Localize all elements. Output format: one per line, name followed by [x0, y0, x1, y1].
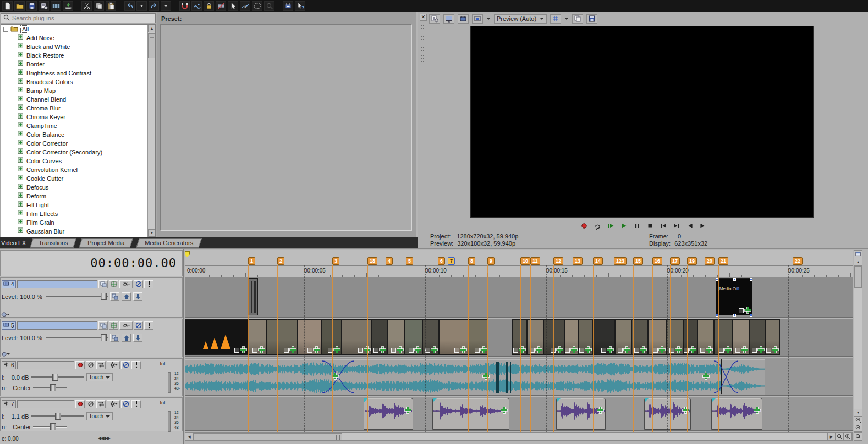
event-fx-icon[interactable] [431, 347, 437, 353]
event-pan-crop-icon[interactable] [530, 348, 535, 353]
audio-event[interactable] [185, 359, 721, 394]
video-output-fx-icon[interactable] [458, 14, 469, 24]
go-to-start-button[interactable] [658, 221, 669, 230]
video-event[interactable] [266, 319, 298, 355]
dock-window-button[interactable] [854, 251, 862, 258]
event-pan-crop-icon[interactable] [454, 348, 459, 353]
event-pan-crop-icon[interactable] [579, 348, 584, 353]
timeline-marker-20[interactable]: 20 [705, 257, 715, 265]
timeline-marker-123[interactable]: 123 [614, 257, 627, 265]
undo-dropdown-icon[interactable] [136, 1, 147, 11]
track-number-box[interactable]: 6 [2, 361, 16, 369]
video-event[interactable] [615, 319, 631, 355]
track-automation-toggle[interactable] [2, 352, 10, 356]
event-pan-crop-icon[interactable] [373, 348, 378, 353]
bypass-motion-blur-button[interactable] [98, 280, 108, 288]
event-pan-crop-icon[interactable] [752, 348, 757, 353]
video-event[interactable] [593, 319, 615, 355]
track-fx-button[interactable] [119, 280, 133, 288]
timeline-marker-9[interactable]: 9 [487, 257, 495, 265]
selection-handle[interactable] [750, 278, 752, 281]
dock-grip[interactable] [420, 24, 424, 64]
event-fx-icon[interactable] [683, 407, 689, 413]
playback-rate-value[interactable]: e: 0.00 [2, 436, 19, 442]
volume-slider-handle[interactable] [55, 413, 61, 420]
timeline-marker-19[interactable]: 19 [687, 257, 697, 265]
selection-handle[interactable] [733, 314, 736, 317]
solo-button[interactable] [131, 400, 141, 408]
fade-handle[interactable] [433, 398, 437, 402]
project-properties-icon[interactable] [39, 1, 49, 11]
event-pan-crop-icon[interactable] [551, 348, 556, 353]
video-event[interactable] [439, 319, 468, 355]
external-monitor-icon[interactable] [443, 14, 454, 24]
event-fx-icon[interactable] [519, 347, 525, 353]
timeline-marker-7[interactable]: 7 [448, 257, 455, 265]
event-fx-icon[interactable] [380, 347, 386, 353]
copy-snapshot-icon[interactable] [572, 14, 583, 24]
undo-icon[interactable] [124, 1, 135, 11]
video-event[interactable] [714, 319, 733, 355]
event-fx-icon[interactable] [690, 347, 696, 353]
event-fx-icon[interactable] [659, 347, 665, 353]
track-fx-button[interactable] [107, 400, 120, 408]
pan-slider[interactable] [33, 387, 67, 389]
fade-handle[interactable] [712, 398, 716, 402]
mute-button[interactable] [121, 361, 130, 369]
plugin-item-color-corrector[interactable]: Color Corrector [1, 139, 147, 148]
track-number-box[interactable]: 7 [2, 400, 16, 408]
plugin-item-cookie-cutter[interactable]: Cookie Cutter [1, 174, 147, 183]
event-fx-icon[interactable] [706, 347, 712, 353]
split-screen-view-icon[interactable] [472, 14, 483, 24]
volume-slider[interactable] [31, 376, 84, 378]
track-content-4[interactable]: (Media Offl [185, 278, 853, 318]
tree-root-all[interactable]: -All [1, 25, 147, 34]
event-fx-icon[interactable] [557, 347, 563, 353]
compositing-mode-button[interactable] [110, 292, 119, 301]
event-fx-icon[interactable] [481, 347, 487, 353]
media-offline-event[interactable]: (Media Offl [716, 278, 752, 315]
auto-ripple-icon[interactable] [191, 1, 202, 11]
event-pan-crop-icon[interactable] [684, 348, 689, 353]
tab-media-generators[interactable]: Media Generators [136, 238, 202, 248]
plugin-item-add-noise[interactable]: Add Noise [1, 34, 147, 42]
timeline-marker-8[interactable]: 8 [468, 257, 475, 265]
record-button[interactable] [579, 221, 590, 230]
level-slider[interactable] [46, 296, 108, 297]
scroll-up-button[interactable]: ▲ [148, 25, 156, 32]
event-pan-crop-icon[interactable] [766, 348, 771, 353]
video-event[interactable] [298, 319, 321, 355]
marker-bar[interactable]: 12318456789101112131412315161719202122 [185, 250, 853, 265]
collapse-icon[interactable]: - [3, 27, 8, 32]
solo-button[interactable] [131, 361, 141, 369]
arm-record-button[interactable] [75, 361, 85, 369]
invert-phase-button[interactable] [86, 400, 95, 408]
event-pan-crop-icon[interactable] [234, 348, 239, 353]
event-pan-crop-icon[interactable] [328, 348, 333, 353]
event-fx-icon[interactable] [415, 347, 421, 353]
video-event[interactable] [342, 319, 372, 355]
video-event[interactable] [387, 319, 405, 355]
timeline-marker-13[interactable]: 13 [573, 257, 583, 265]
track-header-4[interactable]: 4 Level: 100.0 % [0, 278, 183, 318]
timeline-marker-1[interactable]: 1 [248, 257, 255, 265]
event-pan-crop-icon[interactable] [425, 348, 430, 353]
audio-event[interactable] [432, 398, 509, 430]
redo-icon[interactable] [149, 1, 159, 11]
event-fx-icon[interactable] [334, 347, 340, 353]
horizontal-scrollbar[interactable]: ◀ ▶ [185, 432, 853, 441]
selection-handle[interactable] [750, 314, 752, 317]
tree-scrollbar-thumb[interactable] [148, 33, 156, 58]
track-number-box[interactable]: 5 [2, 321, 16, 330]
event-pan-crop-icon[interactable] [735, 348, 740, 353]
project-video-properties-icon[interactable] [429, 14, 440, 24]
mute-button[interactable] [134, 321, 143, 330]
plugin-item-deform[interactable]: Deform [1, 192, 147, 201]
track-name-field[interactable] [17, 280, 97, 288]
selection-handle[interactable] [733, 278, 736, 281]
import-media-icon[interactable] [63, 1, 73, 11]
track-fx-button[interactable] [107, 361, 120, 369]
fade-handle[interactable] [645, 398, 649, 402]
plugin-item-channel-blend[interactable]: Channel Blend [1, 95, 147, 104]
event-pan-crop-icon[interactable] [565, 348, 570, 353]
